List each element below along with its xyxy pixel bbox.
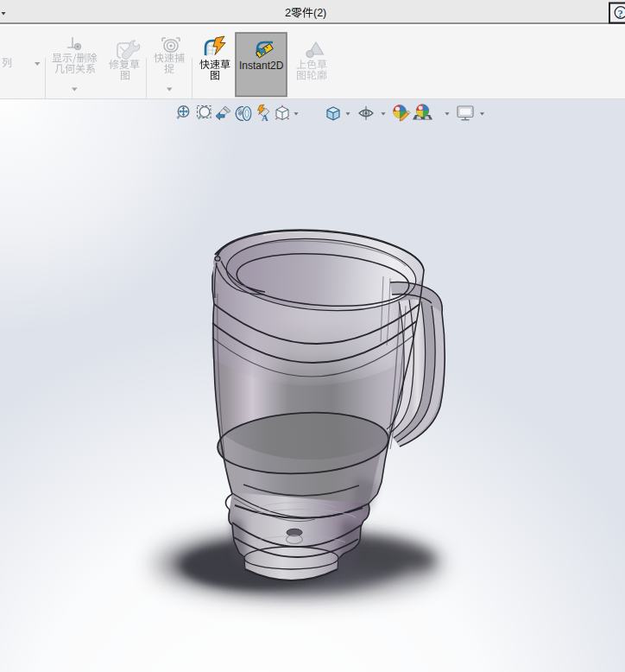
svg-text:Instant2D: Instant2D [239,60,284,72]
svg-text:A: A [262,113,268,123]
